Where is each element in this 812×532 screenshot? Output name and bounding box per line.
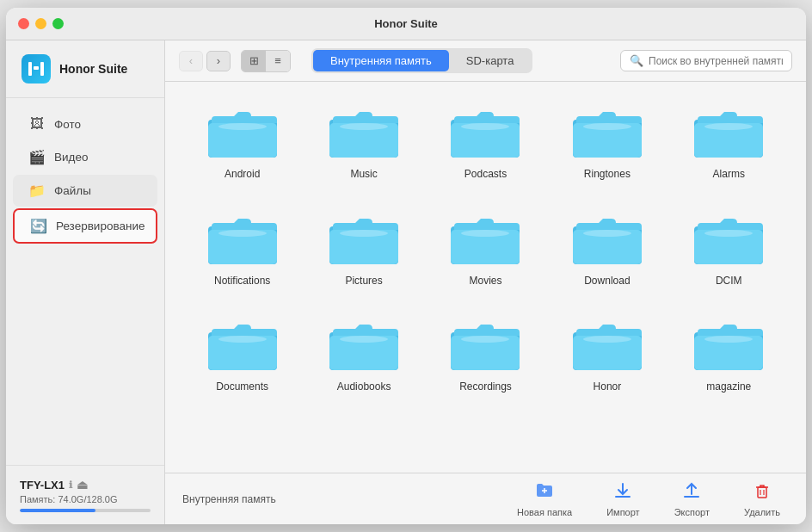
svg-point-23 [340,230,388,237]
folder-label-dcim: DCIM [716,275,742,288]
import-label: Импорт [606,507,639,517]
import-icon [613,481,632,504]
window-title: Honor Suite [374,17,438,30]
folder-label-music: Music [350,168,377,182]
svg-rect-0 [28,62,32,76]
close-button[interactable] [18,18,29,29]
back-button[interactable]: ‹ [179,51,203,71]
memory-bar [20,509,151,512]
folder-icon-ringtones [573,106,642,161]
new-folder-icon [535,481,554,504]
folder-icon-audiobooks [329,319,398,374]
search-icon: 🔍 [630,54,643,67]
folder-label-pictures: Pictures [345,275,382,288]
svg-point-38 [340,336,388,343]
folder-label-recordings: Recordings [459,380,512,394]
video-icon: 🎬 [28,149,46,165]
new-folder-label: Новая папка [517,507,572,517]
sd-card-tab[interactable]: SD-карта [449,50,532,71]
internal-storage-tab[interactable]: Внутренняя память [313,50,449,71]
file-grid: Android Music [165,82,806,473]
backup-icon: 🔄 [30,218,47,234]
minimize-button[interactable] [35,18,46,29]
folder-label-podcasts: Podcasts [464,168,507,182]
delete-label: Удалить [744,507,780,517]
folder-item-pictures[interactable]: Pictures [307,206,420,295]
folder-item-ringtones[interactable]: Ringtones [551,99,663,189]
svg-point-47 [704,336,753,343]
list-view-button[interactable]: ≡ [266,51,290,71]
folder-icon-dcim [694,213,763,268]
svg-point-8 [340,123,388,130]
import-button[interactable]: Импорт [589,476,656,523]
svg-point-29 [583,230,631,237]
device-info: TFY-LX1 ℹ ⏏ Память: 74.0G/128.0G [6,465,164,524]
export-icon [682,481,701,504]
eject-button[interactable]: ⏏ [77,478,88,492]
export-button[interactable]: Экспорт [657,476,727,523]
folder-item-notifications[interactable]: Notifications [186,206,298,295]
folder-item-documents[interactable]: Documents [186,312,298,401]
memory-fill [20,509,95,512]
folder-icon-magazine [694,319,763,374]
sidebar-nav: 🖼 Фото 🎬 Видео 📁 Файлы 🔄 Резервирование [6,98,164,465]
svg-point-11 [461,123,509,130]
bottom-actions: Новая папка Импорт [500,476,806,523]
sidebar-item-video[interactable]: 🎬 Видео [13,141,157,173]
app-logo-text: Honor Suite [59,62,127,76]
forward-button[interactable]: › [206,51,231,71]
delete-button[interactable]: Удалить [727,476,797,523]
folder-icon-download [573,213,642,268]
sidebar-item-files[interactable]: 📁 Файлы [13,175,157,207]
folder-label-download: Download [584,275,630,288]
view-toggle: ⊞ ≡ [241,50,291,72]
search-box[interactable]: 🔍 [620,50,792,71]
folder-label-notifications: Notifications [214,275,270,288]
folder-item-podcasts[interactable]: Podcasts [429,99,542,189]
folder-item-honor[interactable]: Honor [551,312,663,401]
sidebar-label-video: Видео [54,151,88,164]
app-logo-icon [22,54,51,84]
storage-tabs: Внутренняя память SD-карта [311,48,532,73]
folder-item-music[interactable]: Music [307,99,420,189]
sidebar-label-files: Файлы [54,184,91,197]
svg-point-41 [461,336,509,343]
svg-point-44 [583,336,631,343]
folder-label-documents: Documents [216,380,268,394]
sidebar-item-backup[interactable]: 🔄 Резервирование [13,208,157,244]
device-name: TFY-LX1 ℹ ⏏ [20,478,151,492]
folder-item-alarms[interactable]: Alarms [673,99,785,189]
breadcrumb-path: Внутренняя память [165,493,500,505]
folder-icon-movies [451,213,520,268]
folder-item-dcim[interactable]: DCIM [673,206,785,295]
folder-item-android[interactable]: Android [186,99,298,189]
search-input[interactable] [649,55,783,67]
maximize-button[interactable] [52,18,64,29]
sidebar-logo: Honor Suite [6,40,164,98]
app-window: Honor Suite Honor Suite 🖼 Фото [6,8,806,524]
folder-icon-recordings [451,319,520,374]
folder-item-magazine[interactable]: magazine [673,312,785,401]
svg-point-20 [218,230,267,237]
sidebar-item-photos[interactable]: 🖼 Фото [13,108,157,139]
new-folder-button[interactable]: Новая папка [500,476,589,523]
toolbar: ‹ › ⊞ ≡ Внутренняя память SD-карта 🔍 [165,40,806,82]
folder-label-magazine: magazine [706,380,751,394]
device-memory: Память: 74.0G/128.0G [20,494,151,504]
folder-label-android: Android [225,168,260,182]
folder-item-audiobooks[interactable]: Audiobooks [307,312,420,401]
window-controls [18,18,64,29]
folder-item-movies[interactable]: Movies [429,206,542,295]
nav-buttons: ‹ › [179,51,231,71]
sidebar-label-backup: Резервирование [56,220,145,232]
main-layout: Honor Suite 🖼 Фото 🎬 Видео 📁 Файлы 🔄 Р [6,40,806,524]
folder-icon-music [329,106,398,161]
folder-icon-documents [208,319,277,374]
sidebar: Honor Suite 🖼 Фото 🎬 Видео 📁 Файлы 🔄 Р [6,40,165,524]
grid-view-button[interactable]: ⊞ [242,51,266,71]
folder-item-recordings[interactable]: Recordings [429,312,542,401]
folder-icon-honor [573,319,642,374]
folder-icon-alarms [694,106,763,161]
folder-item-download[interactable]: Download [551,206,663,295]
folder-label-honor: Honor [594,380,622,394]
